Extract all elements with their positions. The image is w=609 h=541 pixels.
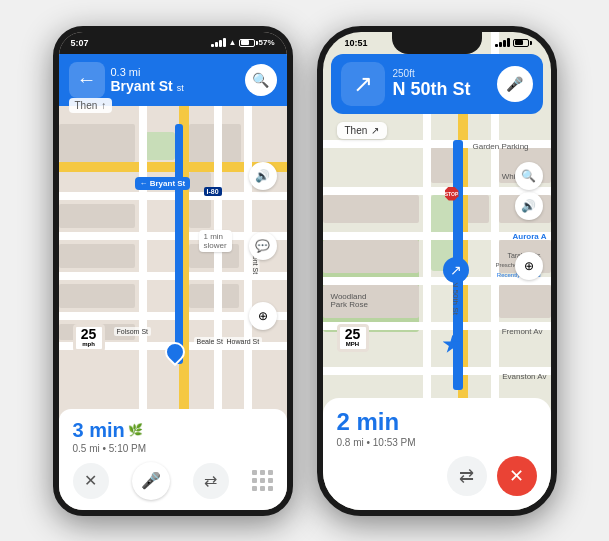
iphone-recenter-button[interactable]: ⊕ [515, 252, 543, 280]
iphone-turn-box: ↗ [341, 62, 385, 106]
android-status-bar: 5:07 ▲ 57% [59, 32, 287, 54]
android-mic-button[interactable]: 🎤 [132, 462, 170, 500]
iphone-block4 [467, 195, 489, 223]
garden-parking-label: Garden Parking [473, 142, 529, 151]
nav-arrow-overlay: ↗ [443, 257, 469, 283]
fremont-label: Fremont Av [502, 327, 543, 336]
android-routes-button[interactable]: ⇄ [193, 463, 229, 499]
iphone-eta-details: 0.8 mi • 10:53 PM [337, 437, 537, 448]
android-bottom-buttons: ✕ 🎤 ⇄ [73, 462, 273, 500]
sound-button[interactable]: 🔊 [249, 162, 277, 190]
iphone-eta-section: 2 min [337, 408, 537, 436]
nav-street: Bryant St st [111, 78, 184, 94]
highway-sign: I-80 [204, 187, 222, 196]
iphone-road-h2 [323, 187, 551, 195]
stop-sign: STOP [445, 187, 459, 201]
wifi-icon: ▲ [229, 38, 237, 47]
block5 [59, 244, 135, 268]
green1 [145, 132, 175, 160]
iphone-speed-limit: 25 MPH [337, 324, 369, 351]
iphone-location-marker [443, 335, 463, 355]
iphone-then-arrow: ↗ [371, 125, 379, 136]
iphone-then-row: Then ↗ [337, 122, 388, 139]
battery-percent: 57% [258, 38, 274, 47]
nav-search-button[interactable]: 🔍 [245, 64, 277, 96]
directions-button[interactable]: 💬 [249, 232, 277, 260]
then-arrow: ↑ [101, 100, 106, 111]
android-apps-icon [252, 470, 273, 491]
route-line-turn [175, 172, 177, 173]
route-line-v [175, 124, 183, 364]
iphone-bottom-panel: 2 min 0.8 mi • 10:53 PM ⇄ ✕ [323, 398, 551, 510]
evanston-label: Evanston Av [502, 372, 546, 381]
n50th-label: N 50th St [450, 281, 459, 314]
iphone-nav-dist: 250ft [393, 68, 489, 79]
android-bottom-panel: 3 min 🌿 0.5 mi • 5:10 PM ✕ 🎤 ⇄ [59, 409, 287, 510]
location-marker [165, 342, 185, 362]
eta-row: 3 min 🌿 0.5 mi • 5:10 PM [73, 419, 273, 454]
iphone-eta-time: 2 min [337, 408, 400, 435]
turn-arrow-icon: ← [77, 68, 97, 91]
direction-bubble: ← Bryant St [135, 177, 191, 190]
nav-direction: ← 0.3 mi Bryant St st [69, 62, 184, 98]
iphone-nav-info: 250ft N 50th St [385, 68, 497, 100]
beale-label: Beale St [194, 337, 226, 346]
park-label: Park Rose [331, 300, 368, 309]
iphone-cancel-button[interactable]: ✕ [497, 456, 537, 496]
nav-distance: 0.3 mi [111, 66, 184, 78]
android-time: 5:07 [71, 38, 89, 48]
android-phone: 5:07 ▲ 57% [53, 26, 293, 516]
iphone-search-button[interactable]: 🔍 [515, 162, 543, 190]
road-h2 [59, 192, 287, 200]
iphone-status-bar: 10:51 [323, 32, 551, 54]
iphone-block1 [431, 147, 455, 183]
android-cancel-button[interactable]: ✕ [73, 463, 109, 499]
battery-icon [239, 39, 255, 47]
eta-section: 3 min 🌿 0.5 mi • 5:10 PM [73, 419, 147, 454]
iphone-nav-mic-button[interactable]: 🎤 [497, 66, 533, 102]
iphone-road-h4 [323, 277, 551, 285]
then-label: Then [75, 100, 98, 111]
iphone-speed-label: MPH [340, 341, 366, 348]
block4 [59, 204, 135, 228]
block3 [189, 172, 211, 228]
iphone-nav-header: ↗ 250ft N 50th St 🎤 [331, 54, 543, 114]
turn-arrow-box: ← [69, 62, 105, 98]
recenter-button[interactable]: ⊕ [249, 302, 277, 330]
iphone-block9 [499, 285, 551, 318]
folsom-label: Folsom St [114, 327, 152, 336]
speed-number: 25 [76, 327, 102, 341]
android-then-row: Then ↑ [69, 98, 113, 113]
iphone-block3 [323, 195, 419, 223]
dir-bubble-text: ← Bryant St [140, 179, 186, 188]
android-eta-details: 0.5 mi • 5:10 PM [73, 443, 147, 454]
iphone-bottom-buttons: ⇄ ✕ [337, 456, 537, 496]
nav-text: 0.3 mi Bryant St st [111, 66, 184, 94]
android-speed-limit: 25 mph [73, 324, 105, 351]
traffic-text: 1 minslower [204, 232, 227, 250]
traffic-label: 1 minslower [199, 230, 232, 252]
iphone-time: 10:51 [335, 38, 368, 48]
howard-label: Howard St [224, 337, 263, 346]
android-eta-time: 3 min [73, 419, 125, 442]
iphone-block6 [323, 240, 419, 273]
leaf-icon: 🌿 [128, 423, 143, 437]
iphone-sound-button[interactable]: 🔊 [515, 192, 543, 220]
iphone-routes-button[interactable]: ⇄ [447, 456, 487, 496]
iphone-status-icons [495, 38, 539, 47]
iphone-turn-arrow: ↗ [353, 70, 373, 98]
iphone-signal-icon [495, 38, 510, 47]
eta-time-row: 3 min 🌿 [73, 419, 147, 442]
iphone: 10:51 [317, 26, 557, 516]
signal-icon [211, 38, 226, 47]
iphone-battery-icon [513, 39, 529, 47]
iphone-then-label: Then [345, 125, 368, 136]
block1 [59, 124, 135, 162]
android-status-icons: ▲ 57% [211, 38, 275, 47]
iphone-nav-street: N 50th St [393, 79, 489, 100]
speed-label: mph [76, 341, 102, 348]
block7 [59, 284, 135, 308]
aurora-label: Aurora A [513, 232, 547, 241]
iphone-speed-number: 25 [340, 327, 366, 341]
